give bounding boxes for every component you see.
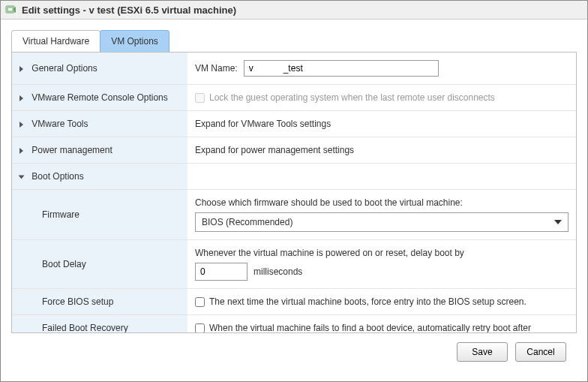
force-bios-label: Force BIOS setup bbox=[42, 296, 113, 307]
boot-delay-input[interactable] bbox=[195, 263, 248, 281]
boot-options-label: Boot Options bbox=[32, 171, 83, 182]
tab-bar: Virtual Hardware VM Options bbox=[11, 30, 577, 52]
row-failed-boot: Failed Boot Recovery When the virtual ma… bbox=[12, 315, 576, 333]
failed-boot-text: When the virtual machine fails to find a… bbox=[209, 323, 531, 332]
vm-icon bbox=[5, 4, 17, 16]
failed-boot-label: Failed Boot Recovery bbox=[42, 323, 128, 332]
vm-name-input[interactable] bbox=[244, 60, 439, 77]
boot-delay-unit: milliseconds bbox=[254, 266, 302, 277]
tab-virtual-hardware[interactable]: Virtual Hardware bbox=[11, 30, 100, 52]
vmware-tools-label: VMware Tools bbox=[32, 119, 88, 129]
power-management-label: Power management bbox=[32, 145, 112, 155]
general-options-label: General Options bbox=[32, 63, 97, 74]
lock-guest-checkbox bbox=[195, 93, 205, 103]
boot-delay-desc: Whenever the virtual machine is powered … bbox=[195, 248, 568, 258]
firmware-select[interactable]: BIOS (Recommended) bbox=[195, 212, 568, 232]
chevron-right-icon[interactable] bbox=[20, 148, 23, 154]
settings-scroll[interactable]: General Options VM Name: bbox=[12, 53, 576, 332]
vmware-tools-value: Expand for VMware Tools settings bbox=[195, 119, 331, 129]
row-vmware-tools: VMware Tools Expand for VMware Tools set… bbox=[12, 111, 576, 137]
row-boot-delay: Boot Delay Whenever the virtual machine … bbox=[12, 240, 576, 289]
dialog-footer: Save Cancel bbox=[11, 333, 577, 371]
force-bios-checkbox[interactable] bbox=[195, 297, 205, 307]
failed-boot-checkbox[interactable] bbox=[195, 323, 205, 333]
boot-delay-label: Boot Delay bbox=[42, 259, 86, 269]
settings-table: General Options VM Name: bbox=[12, 53, 576, 332]
chevron-down-icon[interactable] bbox=[19, 175, 25, 179]
row-force-bios: Force BIOS setup The next time the virtu… bbox=[12, 289, 576, 315]
firmware-label: Firmware bbox=[42, 209, 80, 220]
chevron-down-icon bbox=[554, 220, 562, 224]
save-button[interactable]: Save bbox=[457, 342, 508, 362]
dialog-title: Edit settings - v test (ESXi 6.5 virtual… bbox=[22, 5, 236, 16]
chevron-right-icon[interactable] bbox=[20, 95, 23, 101]
row-firmware: Firmware Choose which firmware should be… bbox=[12, 190, 576, 240]
remote-console-label: VMware Remote Console Options bbox=[32, 92, 167, 103]
firmware-selected: BIOS (Recommended) bbox=[202, 217, 292, 227]
edit-settings-dialog: Edit settings - v test (ESXi 6.5 virtual… bbox=[0, 0, 588, 382]
firmware-desc: Choose which firmware should be used to … bbox=[195, 197, 568, 208]
cancel-button[interactable]: Cancel bbox=[515, 342, 566, 362]
row-power-management: Power management Expand for power manage… bbox=[12, 137, 576, 164]
vm-name-label: VM Name: bbox=[195, 63, 238, 74]
row-general-options: General Options VM Name: bbox=[12, 53, 576, 85]
force-bios-text: The next time the virtual machine boots,… bbox=[209, 296, 526, 307]
lock-guest-text: Lock the guest operating system when the… bbox=[209, 92, 495, 103]
row-remote-console: VMware Remote Console Options Lock the g… bbox=[12, 85, 576, 111]
power-management-value: Expand for power management settings bbox=[195, 145, 354, 155]
chevron-right-icon[interactable] bbox=[20, 66, 23, 72]
row-boot-options: Boot Options bbox=[12, 164, 576, 190]
dialog-titlebar: Edit settings - v test (ESXi 6.5 virtual… bbox=[1, 1, 587, 20]
svg-rect-1 bbox=[8, 8, 13, 11]
chevron-right-icon[interactable] bbox=[20, 122, 23, 128]
tab-vm-options[interactable]: VM Options bbox=[100, 30, 170, 52]
